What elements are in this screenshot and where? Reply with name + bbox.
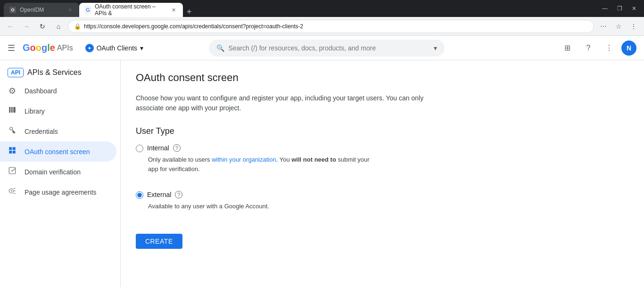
forward-button[interactable]: →: [20, 20, 33, 33]
sidebar-item-dashboard[interactable]: ⚙ Dashboard: [0, 81, 116, 101]
sidebar: API APIs & Services ⚙ Dashboard Library …: [0, 60, 121, 287]
tab-openidm[interactable]: O OpenIDM ✕: [4, 3, 79, 17]
sidebar-item-library-label: Library: [25, 107, 45, 115]
api-label-area: API APIs & Services: [0, 64, 120, 81]
search-input[interactable]: [228, 44, 430, 52]
address-bar-row: ← → ↻ ⌂ 🔒 https://console.developers.goo…: [0, 17, 644, 36]
external-radio-row: External ?: [136, 190, 269, 199]
sidebar-item-page-usage-label: Page usage agreements: [25, 189, 97, 196]
tab-google-close[interactable]: ✕: [170, 6, 177, 14]
internal-radio[interactable]: [136, 145, 143, 152]
user-type-section-title: User Type: [136, 126, 629, 136]
internal-help-icon[interactable]: ?: [173, 144, 181, 152]
internal-radio-row: Internal ?: [136, 144, 372, 152]
browser-chrome: O OpenIDM ✕ G OAuth consent screen – API…: [0, 0, 644, 17]
sidebar-item-oauth-consent[interactable]: OAuth consent screen: [0, 141, 116, 162]
apps-grid-icon[interactable]: ⊞: [559, 40, 576, 57]
tab-google-title: OAuth consent screen – APIs &: [95, 3, 167, 16]
svg-rect-0: [9, 107, 10, 113]
tab-openidm-close[interactable]: ✕: [66, 6, 74, 14]
openidm-favicon: O: [9, 7, 16, 13]
svg-rect-6: [9, 151, 12, 154]
external-description: Available to any user with a Google Acco…: [136, 202, 269, 211]
page-usage-icon: [8, 187, 17, 197]
window-controls: — ❐ ✕: [598, 3, 640, 14]
internal-option: Internal ? Only available to users withi…: [136, 144, 629, 181]
app-header: ☰ Google APIs ● OAuth Clients ▾ 🔍 ▾ ⊞ ? …: [0, 36, 644, 60]
back-button[interactable]: ←: [4, 20, 17, 33]
apis-services-label: APIs & Services: [27, 68, 82, 77]
header-actions: ⊞ ? ⋮ N: [559, 40, 636, 57]
search-box[interactable]: 🔍 ▾: [209, 40, 445, 57]
internal-label[interactable]: Internal: [147, 144, 169, 152]
tab-google[interactable]: G OAuth consent screen – APIs & ✕: [79, 3, 183, 17]
bookmark-icon[interactable]: ☆: [612, 20, 625, 33]
page-title: OAuth consent screen: [136, 72, 629, 84]
project-dot: ●: [85, 44, 94, 52]
internal-description: Only available to users within your orga…: [136, 155, 372, 173]
project-selector[interactable]: ● OAuth Clients ▾: [81, 42, 148, 54]
help-icon[interactable]: ?: [580, 40, 597, 57]
create-button[interactable]: CREATE: [136, 234, 182, 249]
dashboard-icon: ⚙: [8, 86, 17, 96]
tab-bar: O OpenIDM ✕ G OAuth consent screen – API…: [4, 0, 594, 17]
library-icon: [8, 106, 17, 116]
apis-label: APIs: [57, 44, 73, 52]
address-bar[interactable]: 🔒 https://console.developers.google.com/…: [68, 20, 594, 33]
sidebar-item-domain-label: Domain verification: [25, 168, 81, 176]
svg-rect-1: [11, 107, 13, 113]
reload-button[interactable]: ↻: [36, 20, 49, 33]
main-layout: API APIs & Services ⚙ Dashboard Library …: [0, 60, 644, 287]
svg-rect-8: [9, 167, 16, 174]
url-display: https://console.developers.google.com/ap…: [84, 23, 303, 30]
svg-rect-5: [13, 147, 16, 150]
external-radio[interactable]: [136, 191, 143, 199]
svg-rect-7: [13, 151, 16, 154]
new-tab-button[interactable]: +: [183, 7, 196, 17]
sidebar-item-credentials-label: Credentials: [25, 128, 58, 135]
search-dropdown-icon: ▾: [434, 44, 437, 52]
toolbar-icons: ⋯ ☆ ⋮: [597, 20, 640, 33]
lock-icon: 🔒: [74, 23, 81, 30]
api-badge: API: [8, 68, 24, 77]
sidebar-item-dashboard-label: Dashboard: [25, 87, 57, 95]
external-option: External ? Available to any user with a …: [136, 190, 629, 219]
domain-verification-icon: [8, 166, 17, 177]
minimize-button[interactable]: —: [598, 3, 611, 14]
extensions-icon[interactable]: ⋯: [597, 20, 610, 33]
external-label[interactable]: External: [147, 191, 171, 198]
close-button[interactable]: ✕: [628, 3, 640, 14]
credentials-icon: [8, 126, 17, 137]
description-text: Choose how you want to configure and reg…: [136, 93, 428, 113]
home-button[interactable]: ⌂: [52, 20, 65, 33]
svg-rect-2: [13, 107, 16, 113]
content-area: OAuth consent screen Choose how you want…: [121, 60, 644, 287]
oauth-consent-icon: [8, 146, 17, 157]
svg-point-3: [10, 127, 13, 130]
search-area: 🔍 ▾: [209, 40, 445, 57]
google-favicon: G: [85, 7, 91, 13]
project-dropdown-icon: ▾: [140, 44, 143, 52]
restore-button[interactable]: ❐: [613, 3, 626, 14]
sidebar-item-oauth-label: OAuth consent screen: [25, 148, 90, 156]
google-logo-area: Google APIs: [23, 42, 73, 53]
search-icon: 🔍: [216, 44, 224, 52]
sidebar-item-domain-verification[interactable]: Domain verification: [0, 162, 116, 182]
sidebar-item-page-usage[interactable]: Page usage agreements: [0, 182, 116, 202]
more-options-icon[interactable]: ⋮: [601, 40, 618, 57]
avatar[interactable]: N: [621, 41, 636, 56]
tab-openidm-title: OpenIDM: [20, 7, 44, 13]
sidebar-item-library[interactable]: Library: [0, 101, 116, 121]
google-logo: Google: [23, 42, 55, 53]
hamburger-menu[interactable]: ☰: [8, 43, 15, 53]
more-tools-icon[interactable]: ⋮: [627, 20, 640, 33]
project-name: OAuth Clients: [97, 44, 137, 52]
svg-rect-4: [9, 147, 12, 150]
sidebar-item-credentials[interactable]: Credentials: [0, 121, 116, 141]
external-help-icon[interactable]: ?: [175, 191, 182, 198]
